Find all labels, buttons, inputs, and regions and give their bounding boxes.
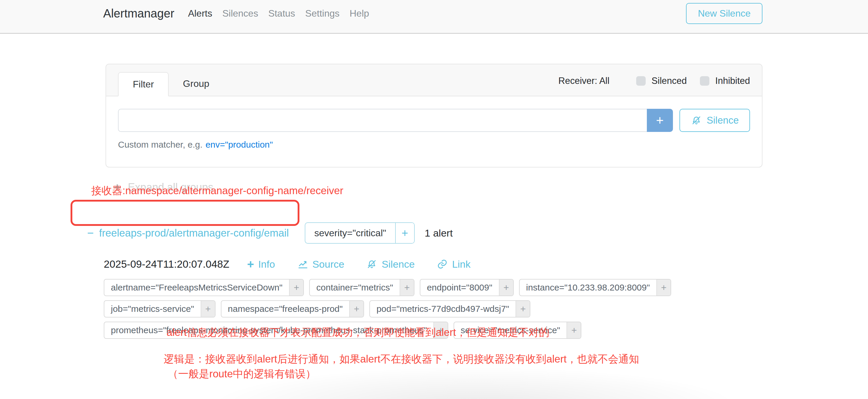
nav-item-settings[interactable]: Settings <box>305 8 340 19</box>
top-navbar: Alertmanager Alerts Silences Status Sett… <box>0 0 868 34</box>
add-matcher-button[interactable]: + <box>647 109 673 132</box>
expand-all-groups-label: Expand all groups <box>128 181 213 193</box>
matcher-input[interactable] <box>118 109 647 132</box>
label-tag: pod="metrics-77d9cdb497-wdsj7" + <box>369 300 530 317</box>
tab-filter[interactable]: Filter <box>118 72 169 96</box>
link-chain-icon <box>437 258 448 270</box>
nav-item-silences[interactable]: Silences <box>222 8 258 19</box>
info-action[interactable]: + Info <box>247 258 275 270</box>
info-action-label: Info <box>258 258 275 270</box>
tab-group[interactable]: Group <box>169 71 223 96</box>
label-add-filter-button[interactable]: + <box>566 322 581 338</box>
new-silence-button[interactable]: New Silence <box>686 3 763 24</box>
nav-item-help[interactable]: Help <box>349 8 369 19</box>
source-action[interactable]: Source <box>297 258 344 270</box>
label-add-filter-button[interactable]: + <box>349 301 364 317</box>
app-brand[interactable]: Alertmanager <box>103 7 174 20</box>
label-text: pod="metrics-77d9cdb497-wdsj7" <box>370 301 516 317</box>
inhibited-checkbox-label[interactable]: Inhibited <box>715 75 750 86</box>
bottom-shadow <box>208 366 741 399</box>
matcher-input-group: + <box>118 109 673 132</box>
label-text: endpoint="8009" <box>421 280 499 296</box>
label-tag: namespace="freeleaps-prod" + <box>221 300 364 317</box>
matcher-row: + Silence <box>118 109 750 132</box>
annotation-logic-note: 逻辑是：接收器收到alert后进行通知，如果alert不在接收器下，说明接收器没… <box>164 352 639 366</box>
silenced-checkbox-group: Silenced <box>636 75 687 86</box>
silenced-checkbox[interactable] <box>636 76 646 86</box>
label-text: service="metrics-service" <box>454 322 567 338</box>
annotation-logic-note-2: （一般是route中的逻辑有错误） <box>168 367 316 381</box>
filter-card-body: + Silence Custom mat <box>106 96 762 167</box>
filter-card: Filter Group Receiver: All Silenced Inhi… <box>105 64 763 167</box>
silence-filter-button[interactable]: Silence <box>679 109 750 132</box>
inhibited-checkbox-group: Inhibited <box>700 75 750 86</box>
label-text: job="metrics-service" <box>104 301 201 317</box>
label-add-filter-button[interactable]: + <box>516 301 530 317</box>
label-tag: job="metrics-service" + <box>104 300 216 317</box>
label-add-filter-button[interactable]: + <box>400 280 414 296</box>
main-container: Filter Group Receiver: All Silenced Inhi… <box>105 64 763 339</box>
label-tag: service="metrics-service" + <box>454 321 582 339</box>
alertmanager-page: Alertmanager Alerts Silences Status Sett… <box>0 0 868 399</box>
label-tag: alertname="FreeleapsMetricsServiceDown" … <box>104 279 304 296</box>
label-add-filter-button[interactable]: + <box>433 322 447 338</box>
alert-timestamp: 2025-09-24T11:20:07.048Z <box>104 258 229 270</box>
info-plus-icon: + <box>247 258 254 270</box>
label-tag: prometheus="freeleaps-monitoring-system/… <box>104 321 448 339</box>
label-text: alertname="FreeleapsMetricsServiceDown" <box>104 280 289 296</box>
bell-slash-icon <box>691 115 702 126</box>
silenced-checkbox-label[interactable]: Silenced <box>652 75 687 86</box>
expand-all-groups-button[interactable]: + Expand all groups <box>114 181 213 193</box>
label-text: prometheus="freeleaps-monitoring-system/… <box>104 322 433 338</box>
receiver-group-button[interactable]: − freeleaps-prod/alertmanager-config/ema… <box>77 222 299 244</box>
header-controls: Receiver: All Silenced Inhibited <box>559 75 750 86</box>
label-tag: container="metrics" + <box>309 279 414 296</box>
silence-filter-label: Silence <box>707 115 739 126</box>
label-add-filter-button[interactable]: + <box>656 280 671 296</box>
chart-line-icon <box>297 258 308 270</box>
group-matcher-label: severity="critical" <box>305 223 395 243</box>
label-add-filter-button[interactable]: + <box>289 280 303 296</box>
collapse-minus-icon: − <box>87 227 94 239</box>
nav-item-status[interactable]: Status <box>268 8 295 19</box>
inhibited-checkbox[interactable] <box>700 76 709 86</box>
label-text: instance="10.233.98.209:8009" <box>520 280 656 296</box>
silence-action[interactable]: Silence <box>366 258 415 270</box>
label-add-filter-button[interactable]: + <box>201 301 215 317</box>
link-action[interactable]: Link <box>437 258 470 270</box>
label-tag: instance="10.233.98.209:8009" + <box>519 279 671 296</box>
label-text: container="metrics" <box>310 280 400 296</box>
nav-links: Alerts Silences Status Settings Help <box>188 8 369 19</box>
alert-count: 1 alert <box>425 227 453 239</box>
silence-action-label: Silence <box>381 258 415 270</box>
alert-labels: alertname="FreeleapsMetricsServiceDown" … <box>104 279 696 339</box>
group-matcher-add-button[interactable]: + <box>395 223 414 243</box>
receiver-dropdown[interactable]: Receiver: All <box>559 75 610 86</box>
nav-item-alerts[interactable]: Alerts <box>188 8 212 19</box>
label-add-filter-button[interactable]: + <box>499 280 513 296</box>
matcher-hint-text: Custom matcher, e.g. <box>118 140 203 149</box>
bell-slash-icon <box>366 258 377 270</box>
label-text: namespace="freeleaps-prod" <box>221 301 349 317</box>
group-matcher-chip: severity="critical" + <box>305 222 414 244</box>
receiver-group-label: freeleaps-prod/alertmanager-config/email <box>99 227 289 239</box>
label-tag: endpoint="8009" + <box>420 279 514 296</box>
matcher-hint: Custom matcher, e.g.env="production" <box>118 140 750 150</box>
filter-card-header: Filter Group Receiver: All Silenced Inhi… <box>106 64 762 96</box>
alert-detail: 2025-09-24T11:20:07.048Z + Info Source <box>105 258 763 339</box>
expand-plus-icon: + <box>114 181 121 193</box>
source-action-label: Source <box>312 258 344 270</box>
link-action-label: Link <box>452 258 470 270</box>
alert-group-row: − freeleaps-prod/alertmanager-config/ema… <box>77 222 763 244</box>
alert-header-row: 2025-09-24T11:20:07.048Z + Info Source <box>104 258 763 270</box>
matcher-example-link[interactable]: env="production" <box>206 140 273 149</box>
